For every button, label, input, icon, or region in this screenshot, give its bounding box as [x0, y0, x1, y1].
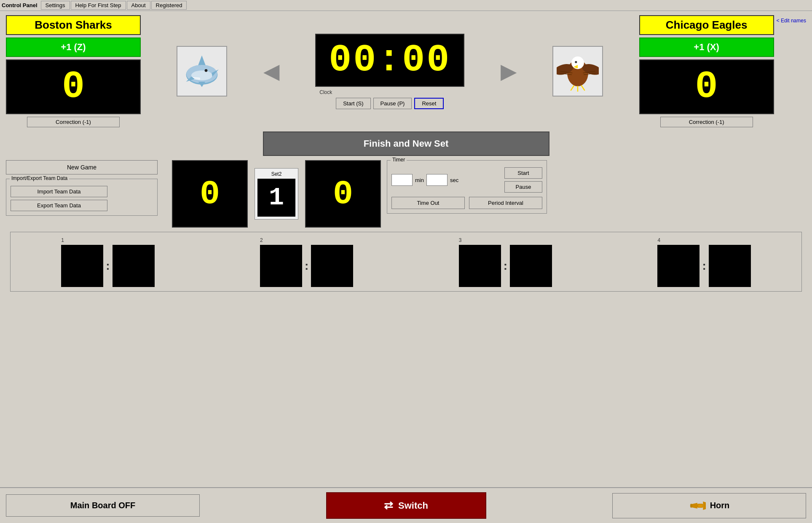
- set-right-score: 0: [305, 160, 381, 228]
- history-set-1-left: [61, 245, 103, 287]
- tab-help[interactable]: Help For First Step: [71, 1, 126, 10]
- team-left-add-score-button[interactable]: +1 (Z): [6, 38, 141, 57]
- shark-icon: [181, 50, 223, 92]
- team-right-mascot: [552, 46, 603, 97]
- history-set-2: 2 :: [260, 237, 353, 287]
- timer-pause-button[interactable]: Pause: [504, 181, 542, 193]
- set-number-display: 1: [257, 179, 295, 217]
- history-set-2-right: [311, 245, 353, 287]
- horn-button[interactable]: Horn: [612, 493, 806, 518]
- switch-button[interactable]: ⇄ Switch: [326, 492, 486, 519]
- tab-about[interactable]: About: [127, 1, 150, 10]
- clock-start-button[interactable]: Start (S): [336, 98, 370, 109]
- set-left-score: 0: [172, 160, 248, 228]
- app-title: Control Panel: [2, 2, 38, 8]
- menu-bar: Control Panel Settings Help For First St…: [0, 0, 812, 11]
- team-left-section: Boston Sharks +1 (Z) 0 Correction (-1): [6, 15, 141, 127]
- history-set-1-label: 1: [61, 237, 154, 243]
- timer-panel: Timer min sec Start Pause Time Out Perio…: [387, 160, 547, 214]
- clock-reset-button[interactable]: Reset: [414, 98, 444, 109]
- set-number-box: Set2 1: [255, 168, 298, 220]
- set-label: Set2: [271, 171, 282, 177]
- timer-min-label: min: [415, 177, 424, 183]
- timer-group-label: Timer: [391, 157, 407, 163]
- timer-sec-label: sec: [450, 177, 458, 183]
- history-set-4-colon: :: [702, 259, 706, 273]
- history-set-1-colon: :: [106, 259, 110, 273]
- svg-line-17: [571, 85, 574, 91]
- set-scores-row: 0 Set2 1 0: [172, 160, 381, 228]
- svg-line-9: [194, 79, 200, 79]
- history-set-3: 3 :: [459, 237, 552, 287]
- main-content: Boston Sharks +1 (Z) 0 Correction (-1): [0, 11, 812, 296]
- clock-pause-button[interactable]: Pause (P): [373, 98, 412, 109]
- history-set-4-left: [657, 245, 699, 287]
- tab-settings[interactable]: Settings: [41, 1, 70, 10]
- left-panel: New Game Import/Export Team Data Import …: [6, 160, 166, 216]
- history-set-3-left: [459, 245, 501, 287]
- import-export-group: Import/Export Team Data Import Team Data…: [6, 179, 158, 216]
- history-set-3-label: 3: [459, 237, 552, 243]
- right-arrow-button[interactable]: ▶: [501, 61, 517, 82]
- horn-label: Horn: [710, 501, 730, 510]
- team-left-score-display: 0: [6, 59, 141, 114]
- team-right-section: Chicago Eagles +1 (X) 0 Correction (-1): [639, 15, 774, 127]
- team-right-score-display: 0: [639, 59, 774, 114]
- clock-label: Clock: [319, 89, 332, 95]
- bottom-bar: Main Board OFF ⇄ Switch Horn: [0, 487, 812, 523]
- timer-min-input[interactable]: [391, 174, 413, 186]
- timeout-button[interactable]: Time Out: [391, 197, 465, 209]
- history-set-4-label: 4: [657, 237, 750, 243]
- main-board-button[interactable]: Main Board OFF: [6, 494, 200, 517]
- team-left-name: Boston Sharks: [6, 15, 141, 35]
- svg-rect-25: [697, 504, 703, 507]
- history-set-3-right: [510, 245, 552, 287]
- timer-start-button[interactable]: Start: [504, 167, 542, 179]
- history-set-3-colon: :: [504, 259, 507, 273]
- history-set-4: 4 :: [657, 237, 750, 287]
- clock-section: 00:00 Clock Start (S) Pause (P) Reset: [315, 34, 464, 109]
- svg-line-19: [581, 85, 584, 91]
- horn-icon: [689, 499, 706, 512]
- svg-marker-26: [703, 502, 706, 510]
- middle-row: New Game Import/Export Team Data Import …: [6, 160, 806, 228]
- team-right-add-score-button[interactable]: +1 (X): [639, 38, 774, 57]
- history-set-1: 1 :: [61, 237, 154, 287]
- period-interval-button[interactable]: Period Interval: [469, 197, 542, 209]
- team-right-correction-button[interactable]: Correction (-1): [660, 117, 753, 127]
- team-left-correction-button[interactable]: Correction (-1): [27, 117, 120, 127]
- history-set-2-left: [260, 245, 302, 287]
- new-game-button[interactable]: New Game: [6, 160, 158, 174]
- clock-buttons: Start (S) Pause (P) Reset: [336, 98, 444, 109]
- team-left-mascot: [177, 46, 227, 97]
- history-set-2-scores: :: [260, 245, 353, 287]
- tab-registered[interactable]: Registered: [151, 1, 187, 10]
- history-set-3-scores: :: [459, 245, 552, 287]
- svg-point-4: [205, 69, 208, 72]
- history-set-1-right: [113, 245, 155, 287]
- export-team-data-button[interactable]: Export Team Data: [11, 200, 107, 211]
- history-section: 1 : 2 : 3 :: [10, 232, 802, 292]
- history-set-1-scores: :: [61, 245, 154, 287]
- svg-point-16: [575, 61, 577, 63]
- finish-new-set-button[interactable]: Finish and New Set: [263, 131, 549, 156]
- timer-sec-input[interactable]: [426, 174, 448, 186]
- team-right-name: Chicago Eagles: [639, 15, 774, 35]
- left-arrow-button[interactable]: ◀: [263, 61, 279, 82]
- history-set-2-label: 2: [260, 237, 353, 243]
- svg-point-27: [690, 503, 692, 508]
- history-row: 1 : 2 : 3 :: [15, 237, 797, 287]
- history-set-4-right: [709, 245, 751, 287]
- current-set-area: 0 Set2 1 0: [172, 160, 381, 228]
- edit-names-link[interactable]: < Edit names: [777, 18, 806, 24]
- history-set-2-colon: :: [305, 259, 308, 273]
- finish-set-row: Finish and New Set: [6, 131, 806, 156]
- import-team-data-button[interactable]: Import Team Data: [11, 186, 107, 197]
- clock-display: 00:00: [315, 34, 464, 87]
- scoreboard-row: Boston Sharks +1 (Z) 0 Correction (-1): [6, 15, 806, 127]
- eagle-icon: [557, 50, 599, 92]
- history-set-4-scores: :: [657, 245, 750, 287]
- switch-label: Switch: [398, 500, 428, 511]
- switch-arrows-icon: ⇄: [384, 499, 393, 512]
- import-export-group-label: Import/Export Team Data: [10, 175, 69, 181]
